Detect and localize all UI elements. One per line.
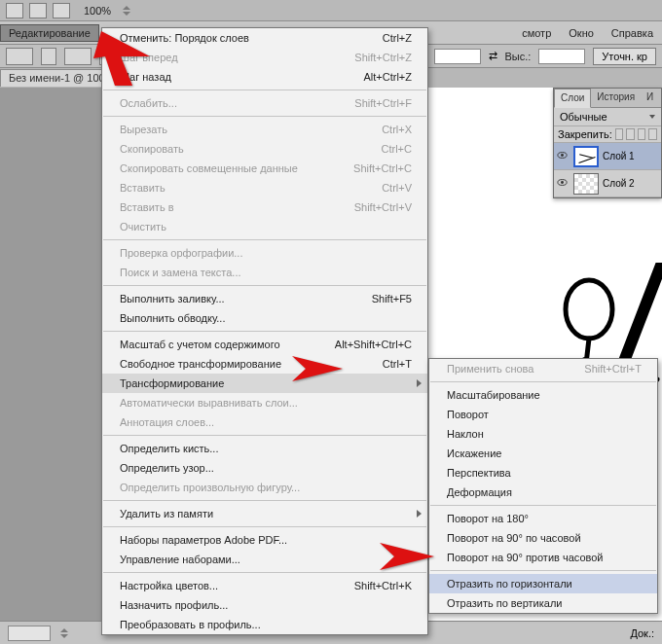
menu-item-label: Перспектива	[447, 467, 511, 479]
menu-item-shortcut: Shift+Ctrl+K	[354, 580, 412, 591]
menu-view[interactable]: смотр	[513, 24, 560, 42]
menu-item[interactable]: Отменить: Порядок слоевCtrl+Z	[102, 28, 427, 48]
menu-item[interactable]: Поворот на 90° против часовой	[429, 548, 657, 567]
layer-name[interactable]: Слой 1	[603, 151, 635, 161]
menu-item: СкопироватьCtrl+C	[102, 139, 427, 159]
menu-window[interactable]: Окно	[560, 24, 603, 42]
menu-item: Скопировать совмещенные данныеShift+Ctrl…	[102, 159, 427, 178]
width-field[interactable]	[434, 49, 481, 64]
menu-item-label: Настройка цветов...	[120, 580, 218, 591]
svg-point-0	[566, 280, 612, 339]
menu-item-label: Скопировать	[120, 143, 184, 155]
status-doc-label: Док.:	[630, 627, 654, 639]
tool-slot[interactable]	[6, 3, 23, 18]
swap-icon[interactable]: ⇄	[489, 50, 497, 62]
menu-item-label: Определить узор...	[120, 462, 214, 474]
svg-point-10	[561, 181, 564, 184]
menu-item[interactable]: Отразить по вертикали	[429, 593, 657, 613]
height-field[interactable]	[538, 49, 585, 64]
menu-item-label: Очистить	[120, 221, 166, 233]
option-slot[interactable]	[6, 48, 33, 65]
lock-pixels-icon[interactable]	[626, 128, 635, 140]
menu-item[interactable]: Настройка цветов...Shift+Ctrl+K	[102, 576, 427, 595]
menu-item[interactable]: Определить кисть...	[102, 439, 427, 458]
tab-history[interactable]: История	[591, 89, 641, 107]
tool-slot[interactable]	[53, 3, 70, 18]
menu-item[interactable]: Поворот на 90° по часовой	[429, 528, 657, 548]
menu-item-label: Проверка орфографии...	[120, 247, 242, 259]
menu-item-label: Назначить профиль...	[120, 599, 228, 611]
menu-item-label: Выполнить обводку...	[120, 312, 225, 324]
lock-position-icon[interactable]	[638, 128, 646, 140]
menu-item-shortcut: Alt+Shift+Ctrl+C	[335, 339, 412, 350]
menu-item-shortcut: Alt+Ctrl+Z	[363, 71, 412, 83]
menu-item: Применить сноваShift+Ctrl+T	[429, 359, 657, 378]
menu-item: Проверка орфографии...	[102, 243, 427, 263]
visibility-toggle[interactable]	[554, 177, 570, 190]
menu-item-shortcut: Shift+Ctrl+F	[354, 97, 412, 109]
menu-item[interactable]: Определить узор...	[102, 458, 427, 478]
refine-edge-button[interactable]: Уточн. кр	[593, 48, 656, 65]
menu-item[interactable]: Искажение	[429, 444, 657, 463]
menu-item[interactable]: Управление наборами...	[102, 550, 427, 569]
visibility-toggle[interactable]	[554, 150, 570, 162]
menu-item-shortcut: Ctrl+X	[382, 124, 412, 135]
lock-transparency-icon[interactable]	[615, 128, 624, 140]
menu-help[interactable]: Справка	[603, 24, 662, 42]
menu-item[interactable]: Поворот	[429, 405, 657, 424]
zoom-stepper[interactable]	[123, 4, 132, 18]
menu-item-label: Отразить по вертикали	[447, 597, 562, 609]
menu-item[interactable]: Поворот на 180°	[429, 509, 657, 528]
layer-thumbnail[interactable]	[573, 173, 599, 195]
menu-item-label: Деформация	[447, 486, 512, 498]
menu-item[interactable]: Шаг назадAlt+Ctrl+Z	[102, 67, 427, 87]
menu-item: ВырезатьCtrl+X	[102, 120, 427, 139]
menu-item[interactable]: Выполнить заливку...Shift+F5	[102, 289, 427, 308]
layer-thumbnail[interactable]	[573, 146, 599, 167]
menu-item-label: Шаг вперед	[120, 52, 178, 63]
menu-item-label: Определить произвольную фигуру...	[120, 482, 300, 493]
menu-item[interactable]: Отразить по горизонтали	[429, 574, 657, 593]
layer-name[interactable]: Слой 2	[603, 178, 635, 189]
menu-item[interactable]: Выполнить обводку...	[102, 308, 427, 328]
menu-item-label: Искажение	[447, 447, 501, 459]
menu-item[interactable]: Преобразовать в профиль...	[102, 615, 427, 634]
zoom-level[interactable]: 100%	[84, 5, 111, 17]
layers-panel: Слои История И Обычные Закрепить: Слой 1…	[553, 88, 662, 198]
menu-item[interactable]: Масштабирование	[429, 385, 657, 405]
menu-item-label: Наборы параметров Adobe PDF...	[120, 534, 287, 546]
menu-item-shortcut: Ctrl+Z	[383, 32, 412, 44]
menu-item[interactable]: Наклон	[429, 424, 657, 444]
menu-item: Аннотация слоев...	[102, 412, 427, 432]
document-title: Без имени-1 @ 100	[9, 72, 105, 84]
lock-label: Закрепить:	[558, 128, 612, 140]
option-slot[interactable]	[41, 48, 56, 65]
lock-all-icon[interactable]	[648, 128, 657, 140]
menu-item[interactable]: Трансформирование	[102, 374, 427, 393]
menu-item[interactable]: Деформация	[429, 483, 657, 502]
status-zoom-stepper[interactable]	[60, 626, 70, 640]
menu-item[interactable]: Перспектива	[429, 463, 657, 483]
menu-item[interactable]: Назначить профиль...	[102, 595, 427, 615]
tab-layers[interactable]: Слои	[554, 89, 591, 108]
menu-item-label: Вырезать	[120, 124, 167, 135]
option-slot[interactable]	[64, 48, 92, 65]
layer-row[interactable]: Слой 1	[554, 143, 661, 170]
menu-item[interactable]: Масштаб с учетом содержимогоAlt+Shift+Ct…	[102, 335, 427, 354]
menu-item: ВставитьCtrl+V	[102, 178, 427, 197]
menu-edit[interactable]: Редактирование	[0, 24, 99, 42]
menu-item[interactable]: Удалить из памяти	[102, 504, 427, 523]
blend-mode-select[interactable]: Обычные	[554, 108, 661, 126]
menu-item-shortcut: Shift+Ctrl+C	[353, 162, 412, 174]
menu-item[interactable]: Свободное трансформированиеCtrl+T	[102, 354, 427, 374]
layer-row[interactable]: Слой 2	[554, 170, 661, 197]
tab-info[interactable]: И	[641, 89, 659, 107]
status-zoom-field[interactable]	[8, 626, 51, 641]
svg-point-8	[561, 154, 564, 157]
menu-item: Вставить вShift+Ctrl+V	[102, 197, 427, 217]
tool-slot[interactable]	[29, 3, 47, 18]
menu-item-label: Отменить: Порядок слоев	[120, 32, 249, 44]
chevron-down-icon	[649, 115, 655, 119]
menu-item-label: Отразить по горизонтали	[447, 578, 572, 590]
menu-item[interactable]: Наборы параметров Adobe PDF...	[102, 530, 427, 550]
